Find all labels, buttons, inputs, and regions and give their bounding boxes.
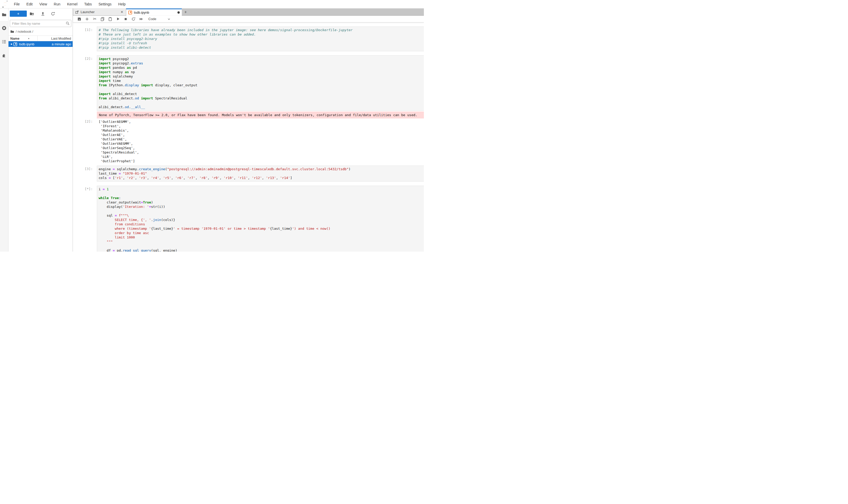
output-line: 'OutlierVAE', — [98, 137, 424, 141]
search-icon — [66, 21, 70, 25]
code-line: import time — [98, 78, 424, 83]
tab-notebook-tsdb[interactable]: tsdb.ipynb — [126, 8, 182, 16]
copy-cells-button[interactable] — [98, 16, 106, 22]
sidebar-activity-bar — [0, 8, 8, 252]
refresh-button[interactable] — [51, 12, 55, 16]
file-list-header: Name Last Modified — [8, 36, 73, 41]
menu-tabs[interactable]: Tabs — [81, 2, 95, 6]
code-line: import psycopg2 — [98, 57, 424, 61]
code-line: import pandas as pd — [98, 66, 424, 70]
menu-settings[interactable]: Settings — [95, 2, 115, 6]
new-tab-button[interactable]: + — [182, 8, 189, 15]
sidebar-tab-table-of-contents[interactable] — [0, 36, 8, 48]
output-line: 'Mahalanobis', — [98, 128, 424, 133]
menu-edit[interactable]: Edit — [23, 2, 36, 6]
code-line: from IPython.display import display, cle… — [98, 83, 424, 87]
upload-button[interactable] — [41, 12, 45, 16]
code-line: import alibi_detect — [98, 92, 424, 96]
cell-prompt: [3]: — [73, 166, 97, 171]
code-line: # The following libraries have already b… — [98, 28, 424, 32]
code-line: where (timestamp '{last_time}' = timesta… — [98, 227, 424, 231]
menu-help[interactable]: Help — [115, 2, 129, 6]
code-line: from conditions — [98, 222, 424, 227]
code-line: while True: — [98, 196, 424, 200]
save-button[interactable] — [75, 16, 83, 22]
output-line: 'SpectralResidual', — [98, 150, 424, 155]
main-dock-panel: Launcher ✕ tsdb.ipynb + ✂ — [73, 8, 424, 252]
running-sessions-icon — [2, 26, 6, 30]
menu-run[interactable]: Run — [51, 2, 64, 6]
chevron-down-icon[interactable] — [167, 17, 171, 21]
restart-kernel-button[interactable] — [129, 16, 137, 22]
code-line: sql = f"""\ — [98, 213, 424, 218]
run-button[interactable] — [114, 16, 122, 22]
breadcrumb[interactable]: / notebook / — [10, 29, 73, 34]
cell-editor[interactable]: # The following libraries have already b… — [97, 26, 424, 51]
menu-file[interactable]: File — [11, 2, 23, 6]
code-line: last_time = "1970-01-01" — [98, 171, 424, 176]
code-line: df = pd.read_sql_query(sql, engine) — [98, 248, 424, 252]
output-line: 'LLR', — [98, 155, 424, 159]
insert-cell-button[interactable] — [83, 16, 91, 22]
code-line: display('Iteration: '+str(i)) — [98, 204, 424, 209]
new-launcher-button[interactable]: + — [10, 11, 27, 17]
sidebar-tab-file-browser[interactable] — [0, 8, 8, 21]
cell-prompt — [73, 111, 97, 113]
notebook-toolbar: ✂ Code — [73, 16, 424, 22]
code-line: SELECT time, {', '.join(cols)} — [98, 218, 424, 222]
restart-and-run-all-button[interactable] — [137, 16, 145, 22]
code-cell: [*]:i = 1 while True: clear_output(wait=… — [73, 186, 424, 252]
new-folder-button[interactable] — [30, 12, 34, 16]
cell-editor[interactable]: i = 1 while True: clear_output(wait=True… — [97, 186, 424, 252]
output-line: 'OutlierProphet'] — [98, 159, 424, 163]
output-cell: [2]:['OutlierAEGMM', 'IForest', 'Mahalan… — [73, 119, 424, 164]
interrupt-kernel-button[interactable] — [122, 16, 129, 22]
output-line: ['OutlierAEGMM', — [98, 120, 424, 124]
cell-prompt: [1]: — [73, 26, 97, 32]
code-line: # These are just left in as examples to … — [98, 32, 424, 37]
code-line: from alibi_detect.od import SpectralResi… — [98, 96, 424, 101]
cell-editor[interactable]: engine = sqlalchemy.create_engine("postg… — [97, 166, 424, 182]
output-line: 'OutlierAE', — [98, 133, 424, 137]
cell-prompt: [*]: — [73, 186, 97, 191]
cell-type-select[interactable]: Code — [148, 17, 156, 21]
menu-view[interactable]: View — [36, 2, 51, 6]
stderr-cell: None of PyTorch, TensorFlow >= 2.0, or F… — [73, 111, 424, 119]
code-line — [98, 209, 424, 213]
code-line: clear_output(wait=True) — [98, 200, 424, 204]
code-line: import sqlalchemy — [98, 74, 424, 78]
code-cell: [1]:# The following libraries have alrea… — [73, 26, 424, 51]
paste-cells-button[interactable] — [106, 16, 114, 22]
close-tab-icon[interactable]: ✕ — [120, 10, 124, 14]
column-header-name[interactable]: Name — [8, 37, 19, 40]
tab-launcher[interactable]: Launcher ✕ — [73, 8, 126, 15]
code-line: #!pip install alibi-detect — [98, 45, 424, 50]
file-last-modified: a minute ago — [52, 42, 71, 46]
stderr-warning: None of PyTorch, TensorFlow >= 2.0, or F… — [97, 111, 424, 119]
filter-files-input[interactable] — [10, 20, 71, 27]
unsaved-changes-icon[interactable] — [177, 11, 180, 14]
code-cell: [2]:import psycopg2import psycopg2.extra… — [73, 55, 424, 111]
code-line: limit 1000 — [98, 235, 424, 239]
file-list-item-tsdb[interactable]: tsdb.ipynb a minute ago — [8, 41, 73, 47]
unsaved-dot-icon — [11, 43, 12, 45]
menu-kernel[interactable]: Kernel — [64, 2, 80, 6]
code-line: import numpy as np — [98, 70, 424, 74]
code-line: import psycopg2.extras — [98, 61, 424, 66]
launcher-icon — [75, 10, 79, 14]
code-line: engine = sqlalchemy.create_engine("postg… — [98, 167, 424, 171]
sort-ascending-icon[interactable] — [28, 37, 30, 40]
cut-cells-button[interactable]: ✂ — [91, 16, 98, 22]
output-line: 'OutlierVAEGMM', — [98, 141, 424, 146]
file-browser-panel: + / notebook / Name — [8, 8, 73, 252]
cell-editor[interactable]: import psycopg2import psycopg2.extrasimp… — [97, 55, 424, 111]
sidebar-tab-running-sessions[interactable] — [0, 22, 8, 34]
notebook-icon — [128, 11, 132, 14]
code-line: """ — [98, 239, 424, 244]
notebook-scroll-area[interactable]: [1]:# The following libraries have alrea… — [73, 22, 424, 252]
sidebar-tab-extensions[interactable] — [0, 49, 8, 61]
column-header-last-modified[interactable]: Last Modified — [51, 37, 71, 40]
code-line: cols = ['r1', 'r2', 'r3', 'r4', 'r5', 'r… — [98, 176, 424, 180]
home-folder-icon[interactable] — [10, 30, 14, 34]
menu-bar: File Edit View Run Kernel Tabs Settings … — [0, 0, 424, 8]
